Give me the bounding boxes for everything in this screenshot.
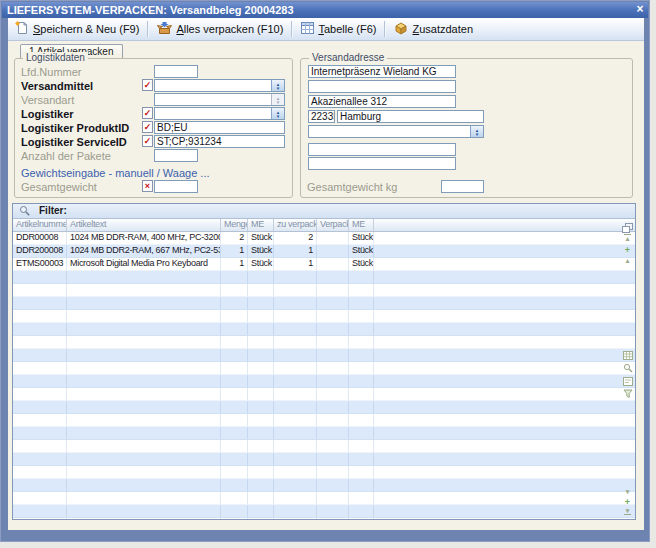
- lfd-nummer-field[interactable]: [154, 65, 198, 78]
- dropdown-button-icon[interactable]: ▴▾: [271, 108, 284, 119]
- column-header[interactable]: Menge: [221, 219, 248, 231]
- empty-row[interactable]: [13, 323, 635, 336]
- empty-row[interactable]: [13, 362, 635, 375]
- logistiker-select[interactable]: 03: UPS ▴▾: [154, 107, 285, 120]
- table-cell: [67, 401, 221, 413]
- table-cell: [317, 388, 349, 400]
- table-cell: [67, 336, 221, 348]
- table-cell: [221, 349, 248, 361]
- table-cell-filler: [374, 466, 635, 478]
- versandmittel-select[interactable]: 1 : Paket Standard ▴▾: [154, 79, 285, 92]
- table-button[interactable]: Tabelle (F6): [296, 20, 381, 38]
- add-row-top-icon[interactable]: +: [622, 246, 633, 254]
- table-cell: [248, 388, 274, 400]
- total-weight-kg-field[interactable]: [441, 180, 484, 193]
- address-extra2-field[interactable]: [308, 157, 456, 170]
- dropdown-button-icon[interactable]: ▴▾: [271, 80, 284, 91]
- table-cell: [317, 271, 349, 283]
- address-street-field[interactable]: Akazienallee 312: [308, 95, 456, 108]
- produkt-id-field[interactable]: BD;EU: [154, 121, 285, 134]
- dropdown-button-icon: ▴▾: [271, 94, 284, 105]
- table-row[interactable]: ETMS00003Microsoft Digital Media Pro Key…: [13, 258, 635, 271]
- address-country-select[interactable]: DE : Deutschland ▴▾: [308, 125, 484, 138]
- empty-row[interactable]: [13, 414, 635, 427]
- empty-row[interactable]: [13, 349, 635, 362]
- scroll-first-icon[interactable]: ▴: [622, 234, 633, 242]
- table-cell: [317, 323, 349, 335]
- empty-row[interactable]: [13, 388, 635, 401]
- empty-row[interactable]: [13, 492, 635, 505]
- table-cell: [67, 362, 221, 374]
- column-header[interactable]: Verpackt: [317, 219, 349, 231]
- table-cell: Stück: [248, 232, 274, 244]
- filter-bar[interactable]: Filter:: [13, 204, 635, 219]
- table-row[interactable]: DDR000081024 MB DDR-RAM, 400 MHz, PC-320…: [13, 232, 635, 245]
- table-cell: [13, 440, 67, 452]
- empty-row[interactable]: [13, 310, 635, 323]
- table-cell-filler: [374, 310, 635, 322]
- empty-row[interactable]: [13, 453, 635, 466]
- table-cell: [13, 453, 67, 465]
- column-header[interactable]: Artikelnummer: [13, 219, 67, 231]
- empty-row[interactable]: [13, 479, 635, 492]
- table-cell: [349, 479, 374, 491]
- address-zip-field[interactable]: 22335: [308, 110, 335, 123]
- table-cell-filler: [374, 427, 635, 439]
- column-header[interactable]: ME: [248, 219, 274, 231]
- table-cell-filler: [374, 440, 635, 452]
- anzahl-pakete-field[interactable]: [154, 149, 198, 162]
- table-cell: [317, 362, 349, 374]
- table-row[interactable]: DDR2000081024 MB DDR2-RAM, 667 MHz, PC2-…: [13, 245, 635, 258]
- empty-row[interactable]: [13, 440, 635, 453]
- table-cell: [13, 492, 67, 504]
- scroll-down-icon[interactable]: ▾: [622, 488, 633, 495]
- table-cell-filler: [374, 297, 635, 309]
- empty-row[interactable]: [13, 466, 635, 479]
- empty-row[interactable]: [13, 336, 635, 349]
- scroll-last-icon[interactable]: ▾: [622, 507, 633, 515]
- column-header-filler: [374, 219, 635, 231]
- table-cell: [248, 479, 274, 491]
- total-weight-kg-label: Gesamtgewicht kg: [307, 181, 397, 193]
- title-bar: LIEFERSYSTEM-VERPACKEN: Versandbeleg 200…: [2, 2, 648, 18]
- column-header[interactable]: Artikeltext: [67, 219, 221, 231]
- column-header[interactable]: zu verpacken: [274, 219, 317, 231]
- table-cell: [221, 453, 248, 465]
- additional-data-button[interactable]: Zusatzdaten: [389, 20, 478, 39]
- address-name1-field[interactable]: Internetpräsenz Wieland KG: [308, 65, 456, 78]
- table-cell: [274, 362, 317, 374]
- empty-row[interactable]: [13, 297, 635, 310]
- column-header[interactable]: ME: [349, 219, 374, 231]
- table-cell: [13, 401, 67, 413]
- table-cell: [221, 375, 248, 387]
- gesamtgewicht-field[interactable]: [154, 180, 198, 193]
- empty-row[interactable]: [13, 505, 635, 518]
- address-extra1-field[interactable]: [308, 143, 456, 156]
- address-city-field[interactable]: Hamburg: [337, 110, 484, 123]
- table-cell: [317, 479, 349, 491]
- empty-row[interactable]: [13, 401, 635, 414]
- table-cell: [317, 492, 349, 504]
- table-cell: [274, 271, 317, 283]
- save-and-new-button[interactable]: Speichern & Neu (F9): [10, 19, 144, 39]
- scroll-up-icon[interactable]: ▴: [622, 257, 633, 264]
- empty-row[interactable]: [13, 271, 635, 284]
- service-id-field[interactable]: ST;CP;931234: [154, 135, 285, 148]
- table-cell: [248, 401, 274, 413]
- dropdown-button-icon[interactable]: ▴▾: [470, 126, 483, 137]
- empty-row[interactable]: [13, 518, 635, 520]
- empty-row[interactable]: [13, 375, 635, 388]
- filter-funnel-icon[interactable]: [622, 385, 633, 403]
- table-cell: [13, 427, 67, 439]
- table-cell: [274, 310, 317, 322]
- empty-row[interactable]: [13, 284, 635, 297]
- address-name2-field[interactable]: [308, 80, 456, 93]
- close-button[interactable]: ×: [632, 3, 648, 17]
- table-cell: Microsoft Digital Media Pro Keyboard: [67, 258, 221, 270]
- empty-row[interactable]: [13, 427, 635, 440]
- table-cell-filler: [374, 258, 635, 270]
- pack-all-button[interactable]: Alles verpacken (F10): [152, 19, 288, 39]
- table-cell: [13, 479, 67, 491]
- add-row-bottom-icon[interactable]: +: [622, 498, 633, 506]
- table-cell-filler: [374, 518, 635, 520]
